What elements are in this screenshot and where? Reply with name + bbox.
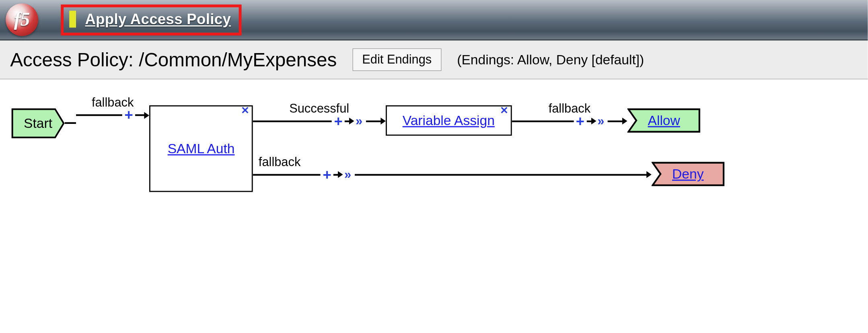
swap-branch-icon[interactable]: » (344, 167, 351, 182)
apply-access-policy-highlight: Apply Access Policy (61, 4, 242, 35)
start-node: Start (11, 108, 65, 139)
close-icon[interactable]: ✕ (500, 104, 508, 117)
page-title: Access Policy: /Common/MyExpenses (10, 49, 337, 71)
endings-summary-text: (Endings: Allow, Deny [default]) (457, 52, 644, 68)
variable-assign-node[interactable]: ✕ Variable Assign (385, 105, 512, 136)
f5-logo-icon: f5 (6, 3, 38, 36)
allow-ending-link[interactable]: Allow (648, 113, 680, 128)
saml-auth-node[interactable]: ✕ SAML Auth (149, 105, 253, 192)
top-banner: f5 Apply Access Policy (0, 0, 868, 41)
deny-ending-link[interactable]: Deny (672, 166, 703, 182)
edit-endings-button[interactable]: Edit Endings (353, 48, 442, 71)
branch-label-var-fallback: fallback (549, 101, 590, 115)
deny-ending-node[interactable]: Deny (651, 162, 724, 187)
variable-assign-link[interactable]: Variable Assign (403, 113, 495, 128)
branch-label-start-fallback: fallback (92, 95, 134, 110)
swap-branch-icon[interactable]: » (356, 114, 362, 128)
allow-ending-node[interactable]: Allow (627, 108, 701, 133)
policy-flow-canvas: Start fallback + ✕ SAML Auth (0, 79, 868, 208)
apply-access-policy-link[interactable]: Apply Access Policy (85, 10, 231, 28)
saml-auth-link[interactable]: SAML Auth (168, 141, 235, 156)
branch-label-saml-fallback: fallback (259, 154, 300, 169)
add-node-icon[interactable]: + (323, 166, 331, 183)
branch-label-successful: Successful (289, 101, 349, 115)
close-icon[interactable]: ✕ (241, 104, 249, 117)
start-node-label: Start (24, 115, 52, 131)
unsaved-indicator-icon (69, 11, 76, 28)
swap-branch-icon[interactable]: » (597, 114, 604, 128)
policy-subheader: Access Policy: /Common/MyExpenses Edit E… (0, 41, 868, 80)
